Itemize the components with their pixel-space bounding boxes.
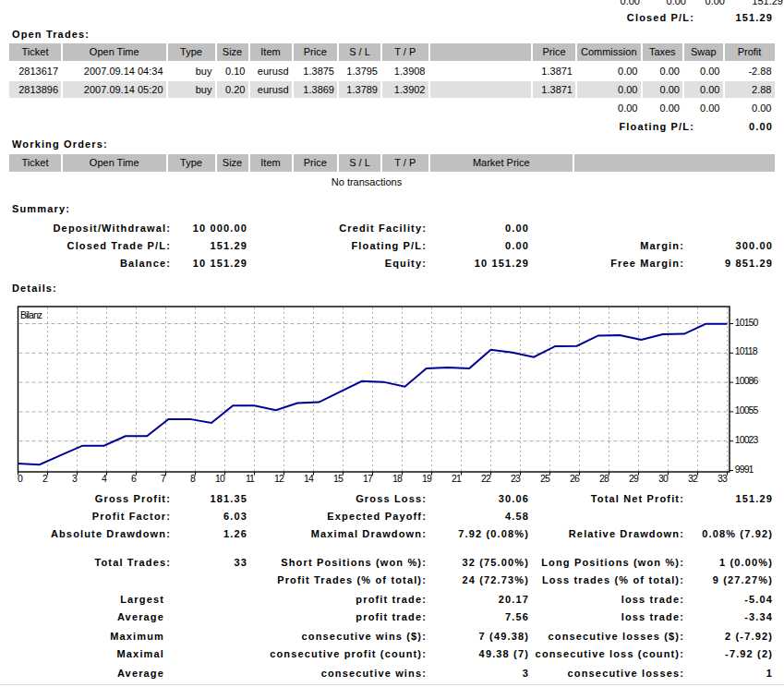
cell-9: 1.3871 xyxy=(533,81,575,98)
stats-row-cell-4: -3.34 xyxy=(561,609,773,626)
working-orders-header-row: TicketOpen TimeTypeSizeItemPriceS / LT /… xyxy=(0,154,784,172)
open-trades-totals-row: 0.000.000.000.00 xyxy=(0,100,784,116)
y-axis-label: 9991 xyxy=(735,464,754,475)
x-axis-label: 28 xyxy=(599,473,609,484)
chart-title: Bilanz xyxy=(20,309,42,320)
cell-0 xyxy=(9,100,61,116)
cell-3: 0.10 xyxy=(217,63,248,79)
header-cell-7: T / P xyxy=(382,43,428,61)
cell-2: buy xyxy=(168,81,215,98)
header-cell-8: Market Price xyxy=(430,154,573,172)
x-axis-label: 30 xyxy=(658,473,669,484)
summary-row: Deposit/Withdrawal:10 000.00Credit Facil… xyxy=(0,220,784,237)
cell-8 xyxy=(430,81,532,98)
cell-6: 1.3795 xyxy=(339,63,380,79)
open-trades-header-row: TicketOpen TimeTypeSizeItemPriceS / LT /… xyxy=(0,43,784,61)
no-transactions-row: No transactions xyxy=(0,174,784,190)
header-cell-1: Open Time xyxy=(63,154,166,172)
header-cell-1: Open Time xyxy=(63,43,166,61)
stats-row-cell-4: -7.92 (2) xyxy=(561,645,773,663)
stats-row-cell-5: 1 (0.00%) xyxy=(561,554,773,572)
x-axis-label: 29 xyxy=(629,473,639,484)
y-axis-label: 10023 xyxy=(735,434,759,445)
working-orders-title: Working Orders: xyxy=(12,136,108,153)
summary-row-cell-5: 9 851.29 xyxy=(561,255,773,272)
chart-frame xyxy=(18,307,730,472)
header-cell-6: S / L xyxy=(339,154,380,172)
stats-row-cell-0: Largest xyxy=(0,591,164,609)
stats-row: Total Trades:33Short Positions (won %):3… xyxy=(0,554,784,572)
stats-row: Averageprofit trade:7.56loss trade:-3.34 xyxy=(0,609,784,626)
cell-12: 0.00 xyxy=(684,100,723,116)
cell-5 xyxy=(294,100,338,116)
y-axis-label: 10055 xyxy=(735,404,759,416)
header-cell-12: Swap xyxy=(684,43,723,61)
cell-9 xyxy=(533,100,575,116)
cell-10: 0.00 xyxy=(577,63,641,79)
header-cell-2: Type xyxy=(168,154,215,172)
cell-12: 0.00 xyxy=(684,63,723,79)
stats-row-cell-4: -5.04 xyxy=(561,591,773,609)
clipped-totals-row: 0.000.000.00151.29 xyxy=(0,0,784,5)
clipped-totals-inner: 0.000.000.00151.29 xyxy=(0,0,784,5)
summary-row-cell-3: 0.00 xyxy=(317,220,529,237)
header-cell-5: Price xyxy=(294,154,338,172)
summary-row: Closed Trade P/L:151.29Floating P/L:0.00… xyxy=(0,237,784,255)
cell-8 xyxy=(430,100,532,116)
x-axis-label: 25 xyxy=(540,473,550,484)
header-cell-4: Item xyxy=(250,154,292,172)
details-title: Details: xyxy=(12,280,57,297)
cell-6: 1.3789 xyxy=(339,81,380,98)
cell-3 xyxy=(217,100,248,116)
header-cell-10: Commission xyxy=(577,43,641,61)
stats-row: Profit Trades (% of total):24 (72.73%)Lo… xyxy=(0,572,784,589)
header-cell-6: S / L xyxy=(339,43,380,61)
cell-0: 2813896 xyxy=(9,81,61,98)
cell-13: 2.88 xyxy=(725,81,775,98)
stats-row-cell-0: Maximum xyxy=(0,628,164,645)
x-axis-label: 11 xyxy=(246,473,255,484)
closed-pl-row: Closed P/L: 151.29 xyxy=(0,9,784,27)
stats-row-cell-5: 0.08% (7.92) xyxy=(561,525,773,543)
x-axis-label: 33 xyxy=(718,473,728,484)
clipped-total-2: 0.00 xyxy=(669,0,725,5)
cell-11: 0.00 xyxy=(643,81,683,98)
stats-row-cell-5: 151.29 xyxy=(561,490,773,508)
cell-1 xyxy=(63,100,166,116)
header-cell-3: Size xyxy=(217,154,248,172)
x-axis-label: 32 xyxy=(688,473,698,484)
cell-5: 1.3875 xyxy=(294,63,338,79)
stats-row-cell-0: Maximal xyxy=(0,645,164,663)
stats-row: Gross Profit:181.35Gross Loss:30.06Total… xyxy=(0,490,784,508)
closed-pl-label: Closed P/L: xyxy=(565,9,694,27)
stats-row: Largestprofit trade:20.17loss trade:-5.0… xyxy=(0,591,784,609)
summary-row-cell-5: 300.00 xyxy=(561,237,773,255)
header-cell-7: T / P xyxy=(382,154,428,172)
cell-2 xyxy=(168,100,215,116)
header-cell-4: Item xyxy=(250,43,292,61)
cell-10: 0.00 xyxy=(577,81,641,98)
open-trades-title: Open Trades: xyxy=(12,26,90,43)
header-cell-5: Price xyxy=(294,43,338,61)
cell-11: 0.00 xyxy=(643,63,683,79)
x-axis-label: 19 xyxy=(422,473,432,484)
floating-pl-label: Floating P/L: xyxy=(565,118,694,135)
stats-row-cell-5: 9 (27.27%) xyxy=(561,572,773,589)
floating-pl-row: Floating P/L:0.00 xyxy=(0,118,784,135)
stats-row-cell-0: Average xyxy=(0,609,164,626)
open-trade-row: 28138962007.09.14 05:20buy0.20eurusd1.38… xyxy=(0,81,784,98)
cell-11: 0.00 xyxy=(643,100,683,116)
x-axis-label: 23 xyxy=(511,473,521,484)
cell-2: buy xyxy=(168,63,215,79)
header-cell-13: Profit xyxy=(725,43,775,61)
stats-row-cell-3: 4.58 xyxy=(317,508,529,525)
x-axis-label: 21 xyxy=(452,473,462,484)
y-axis-label: 10086 xyxy=(735,375,759,386)
summary-row: Balance:10 151.29Equity:10 151.29Free Ma… xyxy=(0,255,784,272)
statement-page: 0.000.000.00151.29 Closed P/L: 151.29 Op… xyxy=(0,0,784,687)
cell-5: 1.3869 xyxy=(294,81,338,98)
x-axis-label: 18 xyxy=(392,473,403,484)
header-cell-2: Type xyxy=(168,43,215,61)
header-cell-11: Taxes xyxy=(643,43,683,61)
bottom-divider xyxy=(0,684,784,685)
